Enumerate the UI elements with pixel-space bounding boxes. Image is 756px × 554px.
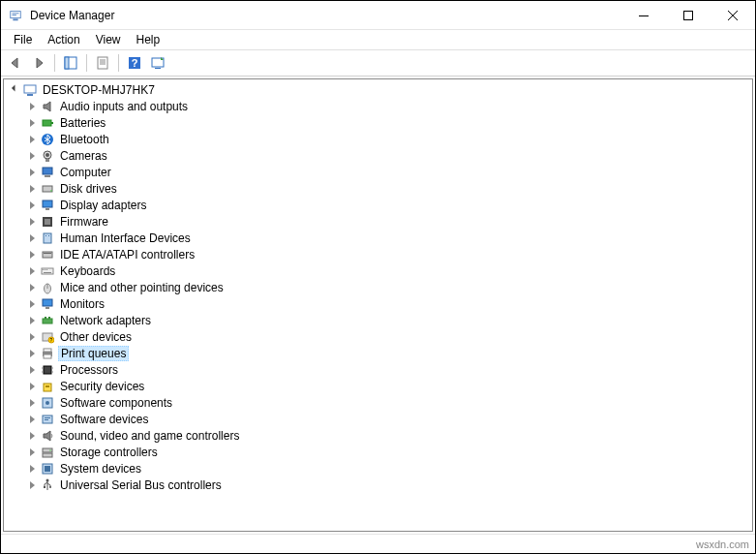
node-label[interactable]: Storage controllers bbox=[58, 446, 160, 459]
minimize-button[interactable] bbox=[621, 1, 666, 30]
expander-icon[interactable] bbox=[25, 199, 39, 212]
node-label[interactable]: Print queues bbox=[58, 346, 129, 361]
svg-point-29 bbox=[50, 190, 52, 192]
tree-node-security[interactable]: Security devices bbox=[25, 378, 752, 394]
node-label[interactable]: Human Interface Devices bbox=[58, 231, 193, 245]
expander-icon[interactable] bbox=[25, 215, 39, 229]
tree-node-audio[interactable]: Audio inputs and outputs bbox=[25, 98, 752, 114]
tree-node-cameras[interactable]: Cameras bbox=[25, 147, 752, 164]
node-label[interactable]: Display adapters bbox=[58, 199, 148, 212]
node-label[interactable]: Computer bbox=[58, 166, 113, 179]
svg-rect-42 bbox=[46, 269, 47, 270]
expander-icon[interactable] bbox=[25, 363, 39, 377]
expander-icon[interactable] bbox=[25, 116, 39, 130]
tree-node-usb[interactable]: Universal Serial Bus controllers bbox=[25, 477, 752, 493]
root-label[interactable]: DESKTOP-MHJ7HK7 bbox=[41, 83, 157, 97]
tree-node-display[interactable]: Display adapters bbox=[25, 197, 752, 213]
expander-icon[interactable] bbox=[8, 83, 21, 97]
expander-icon[interactable] bbox=[25, 314, 39, 327]
tree-node-ide[interactable]: IDE ATA/ATAPI controllers bbox=[25, 246, 752, 262]
forward-button[interactable] bbox=[28, 52, 49, 74]
menu-file[interactable]: File bbox=[7, 31, 39, 48]
expander-icon[interactable] bbox=[25, 231, 39, 245]
expander-icon[interactable] bbox=[25, 330, 39, 344]
tree-node-processors[interactable]: Processors bbox=[25, 361, 752, 378]
node-label[interactable]: Monitors bbox=[58, 297, 106, 311]
expander-icon[interactable] bbox=[25, 149, 39, 163]
node-label[interactable]: System devices bbox=[58, 462, 143, 476]
tree-node-system[interactable]: System devices bbox=[25, 460, 752, 477]
tree-node-keyboards[interactable]: Keyboards bbox=[25, 262, 752, 279]
expander-icon[interactable] bbox=[25, 462, 39, 476]
maximize-button[interactable] bbox=[666, 1, 711, 30]
expander-icon[interactable] bbox=[25, 478, 39, 492]
close-button[interactable] bbox=[711, 1, 755, 30]
expander-icon[interactable] bbox=[25, 429, 39, 443]
tree-node-sound[interactable]: Sound, video and game controllers bbox=[25, 427, 752, 444]
expander-icon[interactable] bbox=[25, 100, 39, 113]
node-label[interactable]: Software components bbox=[58, 396, 174, 410]
device-tree[interactable]: DESKTOP-MHJ7HK7 Audio inputs and outputs… bbox=[3, 78, 753, 532]
tree-node-network[interactable]: Network adapters bbox=[25, 312, 752, 328]
tree-node-swcomp[interactable]: Software components bbox=[25, 394, 752, 411]
node-label[interactable]: IDE ATA/ATAPI controllers bbox=[58, 248, 197, 262]
node-label[interactable]: Keyboards bbox=[58, 264, 117, 278]
help-button[interactable]: ? bbox=[124, 52, 145, 74]
node-label[interactable]: Universal Serial Bus controllers bbox=[58, 478, 224, 492]
node-label[interactable]: Processors bbox=[58, 363, 120, 377]
print-icon bbox=[40, 346, 55, 361]
tree-node-bluetooth[interactable]: Bluetooth bbox=[25, 131, 752, 147]
tree-node-other[interactable]: ?Other devices bbox=[25, 328, 752, 345]
expander-icon[interactable] bbox=[25, 380, 39, 393]
expander-icon[interactable] bbox=[25, 248, 39, 262]
svg-rect-46 bbox=[43, 299, 52, 306]
tree-root-node[interactable]: DESKTOP-MHJ7HK7 bbox=[8, 81, 752, 98]
expander-icon[interactable] bbox=[25, 133, 39, 146]
node-label[interactable]: Firmware bbox=[58, 215, 110, 229]
node-label[interactable]: Network adapters bbox=[58, 314, 153, 327]
back-button[interactable] bbox=[5, 52, 26, 74]
tree-node-computer[interactable]: Computer bbox=[25, 164, 752, 180]
tree-node-swdev[interactable]: Software devices bbox=[25, 411, 752, 427]
scan-hardware-button[interactable] bbox=[147, 52, 168, 74]
node-label[interactable]: Mice and other pointing devices bbox=[58, 281, 226, 294]
expander-icon[interactable] bbox=[25, 281, 39, 294]
expander-icon[interactable] bbox=[25, 446, 39, 459]
expander-icon[interactable] bbox=[25, 396, 39, 410]
node-label[interactable]: Software devices bbox=[58, 413, 150, 426]
menu-view[interactable]: View bbox=[89, 31, 128, 48]
expander-icon[interactable] bbox=[25, 297, 39, 311]
node-label[interactable]: Audio inputs and outputs bbox=[58, 100, 190, 113]
svg-rect-49 bbox=[45, 317, 46, 319]
show-hide-tree-button[interactable] bbox=[60, 52, 81, 74]
expander-icon[interactable] bbox=[25, 166, 39, 179]
menu-help[interactable]: Help bbox=[130, 31, 167, 48]
node-label[interactable]: Cameras bbox=[58, 149, 109, 163]
expander-icon[interactable] bbox=[25, 264, 39, 278]
tree-node-print[interactable]: Print queues bbox=[25, 345, 752, 361]
properties-button[interactable] bbox=[92, 52, 113, 74]
svg-rect-41 bbox=[45, 269, 45, 270]
svg-rect-56 bbox=[44, 354, 51, 358]
system-icon bbox=[40, 461, 55, 477]
tree-node-mice[interactable]: Mice and other pointing devices bbox=[25, 279, 752, 295]
toolbar-separator bbox=[86, 54, 87, 72]
tree-node-disk[interactable]: Disk drives bbox=[25, 180, 752, 197]
tree-node-firmware[interactable]: Firmware bbox=[25, 213, 752, 230]
expander-icon[interactable] bbox=[25, 413, 39, 426]
tree-node-batteries[interactable]: Batteries bbox=[25, 114, 752, 131]
node-label[interactable]: Sound, video and game controllers bbox=[58, 429, 241, 443]
node-label[interactable]: Batteries bbox=[58, 116, 107, 130]
node-label[interactable]: Bluetooth bbox=[58, 133, 111, 146]
node-label[interactable]: Other devices bbox=[58, 330, 134, 344]
node-label[interactable]: Disk drives bbox=[58, 182, 119, 196]
expander-icon[interactable] bbox=[25, 347, 39, 360]
node-label[interactable]: Security devices bbox=[58, 380, 146, 393]
expander-icon[interactable] bbox=[25, 182, 39, 196]
tree-node-storage[interactable]: Storage controllers bbox=[25, 444, 752, 460]
svg-rect-47 bbox=[45, 307, 49, 309]
svg-rect-48 bbox=[43, 319, 52, 323]
menu-action[interactable]: Action bbox=[41, 31, 86, 48]
tree-node-hid[interactable]: Human Interface Devices bbox=[25, 230, 752, 246]
tree-node-monitors[interactable]: Monitors bbox=[25, 295, 752, 312]
